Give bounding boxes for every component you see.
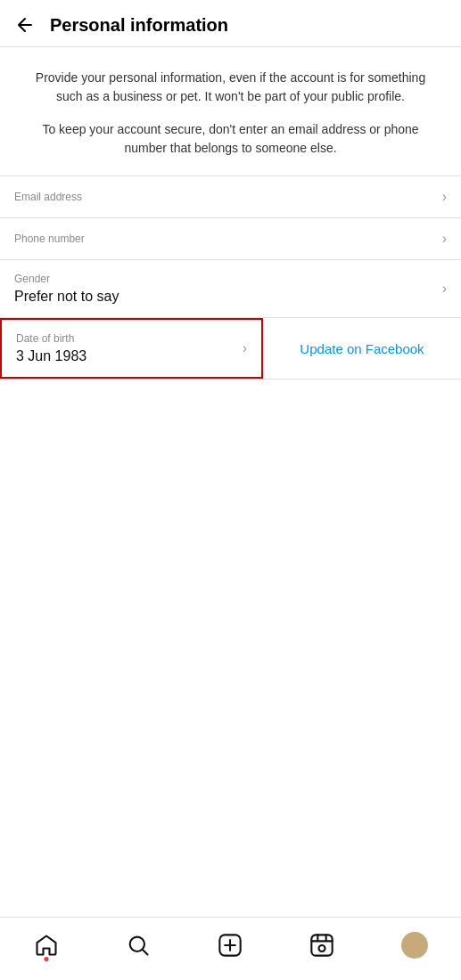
gender-value: Prefer not to say <box>14 289 119 305</box>
dob-chevron-icon: › <box>243 340 247 356</box>
warning-text: To keep your account secure, don't enter… <box>21 120 440 158</box>
profile-avatar <box>401 932 428 959</box>
gender-content: Gender Prefer not to say <box>14 273 119 305</box>
nav-add[interactable] <box>210 929 250 961</box>
dob-row: Date of birth 3 Jun 1983 › Update on Fac… <box>0 318 461 380</box>
nav-search[interactable] <box>119 929 158 961</box>
email-row[interactable]: Email address › <box>0 176 461 218</box>
nav-reels[interactable] <box>302 929 342 961</box>
gender-label: Gender <box>14 273 119 285</box>
phone-chevron-icon: › <box>442 231 447 247</box>
facebook-link[interactable]: Update on Facebook <box>263 329 461 369</box>
add-icon <box>218 933 243 958</box>
home-icon <box>34 933 59 958</box>
bottom-nav <box>0 917 461 980</box>
gender-chevron-icon: › <box>442 281 447 297</box>
svg-point-3 <box>318 945 325 951</box>
phone-content: Phone number <box>14 233 85 245</box>
header: Personal information <box>0 0 461 47</box>
page-title: Personal information <box>50 15 228 36</box>
dob-label: Date of birth <box>16 332 86 345</box>
dob-item[interactable]: Date of birth 3 Jun 1983 › <box>0 318 263 379</box>
email-content: Email address <box>14 191 82 203</box>
phone-label: Phone number <box>14 233 85 245</box>
dob-value: 3 Jun 1983 <box>16 348 86 364</box>
email-chevron-icon: › <box>442 189 447 205</box>
email-label: Email address <box>14 191 82 203</box>
home-active-dot <box>44 957 48 961</box>
info-section: Provide your personal information, even … <box>0 47 461 176</box>
back-icon <box>14 14 36 36</box>
description-text: Provide your personal information, even … <box>21 69 440 106</box>
reels-icon <box>309 933 334 958</box>
nav-profile[interactable] <box>394 928 435 962</box>
dob-content: Date of birth 3 Jun 1983 <box>16 332 86 364</box>
gender-row[interactable]: Gender Prefer not to say › <box>0 260 461 318</box>
phone-row[interactable]: Phone number › <box>0 218 461 260</box>
list-section: Email address › Phone number › Gender Pr… <box>0 176 461 649</box>
search-icon <box>126 933 151 958</box>
nav-home[interactable] <box>27 929 66 961</box>
back-button[interactable] <box>14 14 36 36</box>
